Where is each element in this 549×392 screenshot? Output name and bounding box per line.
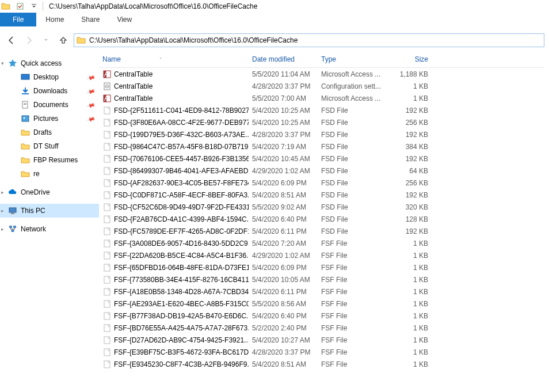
file-row[interactable]: FSD-{AF282637-90E3-4C05-BE57-F8FE734...5… xyxy=(99,177,544,189)
file-row[interactable]: FSD-{199D79E5-D36F-432C-B603-A73AE...4/2… xyxy=(99,128,544,140)
chevron-right-icon[interactable]: ▸ xyxy=(1,208,4,214)
file-size: 128 KB xyxy=(388,215,434,223)
column-type[interactable]: Type xyxy=(318,55,388,63)
file-row[interactable]: FSD-{FC5789DE-EF7F-4265-AD8C-0F2DF1...5/… xyxy=(99,225,544,237)
sidebar-item-drafts[interactable]: Drafts xyxy=(0,125,99,139)
file-row[interactable]: FSF-{D27AD62D-AB9C-4754-9425-F3921...5/4… xyxy=(99,334,544,346)
tab-file[interactable]: File xyxy=(0,13,36,26)
pin-icon: 📌 xyxy=(86,86,96,96)
svg-rect-26 xyxy=(104,131,110,138)
sidebar-item-this-pc[interactable]: ▸ This PC xyxy=(0,204,99,218)
file-date: 5/4/2020 10:25 AM xyxy=(249,119,318,127)
svg-rect-1 xyxy=(32,4,36,5)
column-headers: Name ˄ Date modified Type Size xyxy=(99,51,544,68)
file-date: 5/4/2020 10:05 AM xyxy=(249,276,318,284)
svg-rect-24 xyxy=(104,107,110,114)
file-name-text: FSD-{AF282637-90E3-4C05-BE57-F8FE734... xyxy=(114,179,249,187)
address-input[interactable] xyxy=(89,36,542,44)
forward-button[interactable] xyxy=(22,33,36,47)
file-type: FSD File xyxy=(318,215,388,223)
file-icon xyxy=(102,191,112,200)
file-name-text: CentralTable xyxy=(114,94,152,102)
file-row[interactable]: FSD-{9864C47C-B57A-45F8-B18D-07B719...5/… xyxy=(99,140,544,153)
sidebar-item-quick-access[interactable]: ▾ Quick access xyxy=(0,56,99,70)
tab-share[interactable]: Share xyxy=(73,13,108,26)
column-name[interactable]: Name ˄ xyxy=(99,55,249,63)
address-bar[interactable] xyxy=(74,33,544,47)
file-row[interactable]: FSF-{A18E0B58-1348-4D28-A67A-7CBD34...5/… xyxy=(99,286,544,298)
folder-icon xyxy=(1,2,10,11)
file-row[interactable]: FSF-{BD76E55A-A425-4A75-A7A7-28F673...5/… xyxy=(99,322,544,334)
file-size: 1 KB xyxy=(388,312,434,320)
file-row[interactable]: ACentralTable5/5/2020 7:00 AMMicrosoft A… xyxy=(99,92,544,104)
sidebar-item-desktop[interactable]: Desktop 📌 xyxy=(0,70,99,84)
file-icon xyxy=(102,287,112,296)
title-bar: C:\Users\Talha\AppData\Local\Microsoft\O… xyxy=(0,0,549,13)
file-type: FSF File xyxy=(318,336,388,344)
file-date: 5/4/2020 6:09 PM xyxy=(249,179,318,187)
file-row[interactable]: FSD-{2F511611-C041-4ED9-8412-78B9027...5… xyxy=(99,104,544,116)
pictures-icon xyxy=(21,114,30,123)
svg-rect-44 xyxy=(104,349,110,356)
file-row[interactable]: FSF-{E39BF75C-B3F5-4672-93FA-BC617D...4/… xyxy=(99,346,544,358)
sidebar-item-fbp-resumes[interactable]: FBP Resumes xyxy=(0,153,99,167)
file-size: 1 KB xyxy=(388,300,434,308)
svg-rect-10 xyxy=(9,208,16,212)
file-row[interactable]: FSF-{773580BB-34E4-415F-8276-16CB411...5… xyxy=(99,273,544,286)
pin-icon: 📌 xyxy=(86,73,96,82)
svg-rect-27 xyxy=(104,143,110,150)
sidebar-item-documents[interactable]: Documents 📌 xyxy=(0,98,99,112)
file-date: 4/29/2020 1:02 AM xyxy=(249,252,318,260)
sidebar-label: Network xyxy=(21,225,46,233)
file-date: 5/4/2020 6:40 PM xyxy=(249,312,318,320)
tab-home[interactable]: Home xyxy=(37,13,72,26)
file-size: 192 KB xyxy=(388,227,434,235)
sidebar-item-re[interactable]: re xyxy=(0,167,99,181)
up-button[interactable] xyxy=(56,33,70,47)
recent-dropdown[interactable] xyxy=(39,33,53,47)
file-row[interactable]: FSD-{70676106-CEE5-4457-B926-F3B1356...5… xyxy=(99,153,544,165)
svg-rect-33 xyxy=(104,216,110,223)
file-row[interactable]: CentralTable4/28/2020 3:37 PMConfigurati… xyxy=(99,80,544,92)
file-icon xyxy=(102,154,112,163)
sidebar-item-onedrive[interactable]: ▸ OneDrive xyxy=(0,185,99,199)
file-date: 5/4/2020 7:20 AM xyxy=(249,239,318,248)
file-type: FSD File xyxy=(318,179,388,187)
file-row[interactable]: FSF-{65DFBD16-064B-48FE-81DA-D73FE1...5/… xyxy=(99,261,544,273)
file-row[interactable]: FSF-{AE293AE1-E620-4BEC-A8B5-F315C0...5/… xyxy=(99,298,544,310)
file-row[interactable]: FSD-{86499307-9B46-4041-AFE3-AFAEBD...4/… xyxy=(99,165,544,177)
svg-rect-34 xyxy=(104,228,110,235)
file-row[interactable]: FSD-{CF52C6D8-9D49-49D7-9F2D-FE4331...5/… xyxy=(99,201,544,213)
qat-dropdown-button[interactable] xyxy=(28,1,40,12)
svg-rect-6 xyxy=(24,103,26,104)
file-name-text: FSD-{9864C47C-B57A-45F8-B18D-07B719... xyxy=(114,143,249,151)
svg-rect-35 xyxy=(104,240,110,247)
file-row[interactable]: ACentralTable5/5/2020 11:04 AMMicrosoft … xyxy=(99,68,544,80)
column-date[interactable]: Date modified xyxy=(249,55,318,63)
file-row[interactable]: FSD-{3F80E6AA-08CC-4F2E-9677-DEB977...5/… xyxy=(99,116,544,128)
file-row[interactable]: FSF-{22DA620B-B5CE-4C84-A5C4-B1F36...4/2… xyxy=(99,249,544,261)
file-row[interactable]: FSF-{B77F38AD-DB19-42A5-B470-E6D6C...5/4… xyxy=(99,310,544,322)
back-button[interactable] xyxy=(5,33,18,47)
properties-button[interactable] xyxy=(14,1,26,12)
file-icon xyxy=(102,142,112,151)
tab-view[interactable]: View xyxy=(109,13,140,26)
file-type: FSF File xyxy=(318,312,388,320)
sidebar-item-network[interactable]: ▸ Network xyxy=(0,222,99,236)
sidebar-item-downloads[interactable]: Downloads 📌 xyxy=(0,84,99,98)
sidebar-item-pictures[interactable]: Pictures 📌 xyxy=(0,112,99,125)
svg-rect-7 xyxy=(24,104,26,105)
chevron-right-icon[interactable]: ▸ xyxy=(1,226,4,232)
file-size: 192 KB xyxy=(388,131,434,139)
chevron-right-icon[interactable]: ▸ xyxy=(1,189,4,195)
column-size[interactable]: Size xyxy=(388,55,434,63)
file-row[interactable]: FSD-{F2AB76CD-4A1C-4399-ABF4-1594C...5/4… xyxy=(99,213,544,225)
chevron-down-icon[interactable]: ▾ xyxy=(1,60,4,66)
sidebar-label: This PC xyxy=(21,207,45,215)
file-row[interactable]: FSF-{E9345230-C8F7-4C3B-A2FB-9496F9...5/… xyxy=(99,358,544,370)
file-size: 64 KB xyxy=(388,167,434,175)
sidebar-item-dt-stuff[interactable]: DT Stuff xyxy=(0,139,99,153)
file-row[interactable]: FSD-{C0DF871C-A58F-4ECF-8BEF-80FA3...5/4… xyxy=(99,189,544,201)
svg-rect-42 xyxy=(104,325,110,332)
file-row[interactable]: FSF-{3A008DE6-9057-4D16-8430-5DD2C9...5/… xyxy=(99,237,544,249)
